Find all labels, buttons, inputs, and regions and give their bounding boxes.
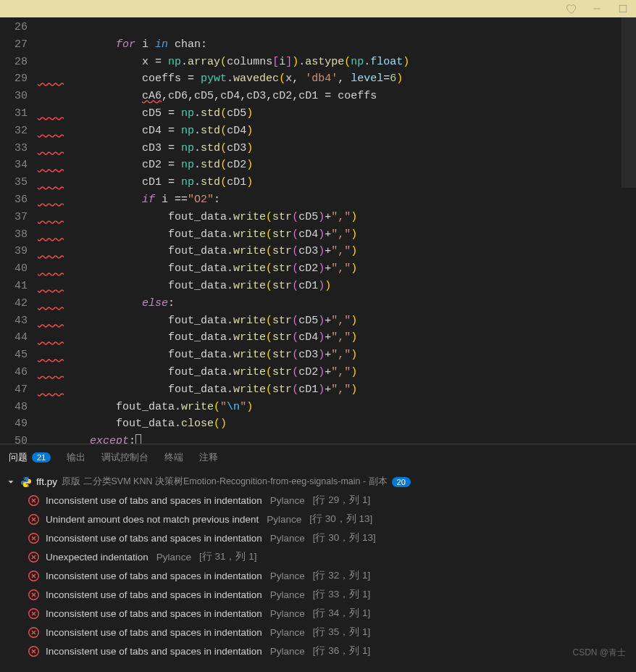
code-line[interactable]: except: [38,433,636,444]
code-line[interactable]: cD3 = np.std(cD3) [38,140,636,157]
code-line[interactable]: fout_data.write(str(cD5)+",") [38,312,636,330]
code-area[interactable]: for i in chan: x = np.array(columns[i]).… [38,17,636,444]
svg-rect-1 [619,5,626,12]
problem-message: Unindent amount does not match previous … [46,514,259,525]
code-line[interactable]: cD4 = np.std(cD4) [38,123,636,140]
problem-position: [行 29，列 1] [313,494,371,507]
problem-source: Pylance [267,514,301,525]
problem-source: Pylance [270,533,305,544]
minimap[interactable] [622,17,636,444]
error-icon [28,570,40,582]
line-number: 27 [0,36,38,54]
problem-message: Inconsistent use of tabs and spaces in i… [46,589,262,600]
line-number: 38 [0,226,38,244]
problem-message: Inconsistent use of tabs and spaces in i… [46,608,262,619]
code-line[interactable]: else: [38,295,636,312]
code-line[interactable]: cA6,cD6,cD5,cD4,cD3,cD2,cD1 = coeffs [38,88,636,105]
line-number: 32 [0,123,38,140]
problem-source: Pylance [156,552,191,563]
line-number: 45 [0,347,38,364]
line-number: 30 [0,88,38,105]
error-icon [28,645,40,658]
problem-position: [行 34，列 1] [313,607,371,620]
code-line[interactable]: cD2 = np.std(cD2) [38,157,636,174]
watermark: CSDN @青士 [572,647,626,659]
code-line[interactable]: fout_data.write(str(cD5)+",") [38,209,636,226]
file-group[interactable]: fft.py 原版 二分类SVM KNN 决策树Emotion-Recognit… [6,473,630,491]
editor[interactable]: 2627282930313233343536373839404142434445… [0,17,636,444]
code-line[interactable]: fout_data.write(str(cD3)+",") [38,243,636,260]
code-line[interactable]: for i in chan: [38,36,636,54]
python-file-icon [20,476,32,488]
code-line[interactable]: fout_data.write(str(cD2)+",") [38,364,636,381]
line-number: 39 [0,243,38,260]
problem-source: Pylance [270,589,305,600]
problem-row[interactable]: Inconsistent use of tabs and spaces in i… [6,528,630,547]
panel-tab-输出[interactable]: 输出 [67,451,85,464]
line-number: 48 [0,399,38,416]
problem-row[interactable]: Inconsistent use of tabs and spaces in i… [6,604,630,623]
titlebar [0,0,636,17]
code-line[interactable]: fout_data.write(str(cD2)+",") [38,260,636,278]
problems-panel: 问题21输出调试控制台终端注释 fft.py 原版 二分类SVM KNN 决策树… [0,444,636,672]
code-line[interactable]: x = np.array(columns[i]).astype(np.float… [38,54,636,71]
code-line[interactable]: fout_data.write(str(cD4)+",") [38,329,636,347]
code-line[interactable] [38,19,636,36]
problem-message: Inconsistent use of tabs and spaces in i… [46,495,262,506]
code-line[interactable]: fout_data.write(str(cD1)) [38,278,636,295]
chevron-down-icon [6,477,16,487]
line-number: 34 [0,157,38,174]
line-number: 41 [0,278,38,295]
problem-message: Inconsistent use of tabs and spaces in i… [46,533,262,544]
problem-source: Pylance [270,608,305,619]
problem-source: Pylance [270,627,305,638]
problem-row[interactable]: Unindent amount does not match previous … [6,510,630,528]
code-line[interactable]: cD1 = np.std(cD1) [38,174,636,191]
problem-message: Inconsistent use of tabs and spaces in i… [46,627,262,638]
line-number: 43 [0,312,38,330]
problem-row[interactable]: Inconsistent use of tabs and spaces in i… [6,491,630,510]
heart-icon[interactable] [565,3,577,14]
problem-position: [行 36，列 1] [313,644,371,658]
problem-position: [行 30，列 13] [309,513,372,526]
line-number: 44 [0,329,38,347]
code-line[interactable]: fout_data.write(str(cD1)+",") [38,381,636,399]
error-icon [28,513,40,526]
line-number: 50 [0,433,38,444]
panel-tab-问题[interactable]: 问题21 [9,451,51,464]
code-line[interactable]: fout_data.write(str(cD3)+",") [38,347,636,364]
file-path: 原版 二分类SVM KNN 决策树Emotion-Recognition-fro… [62,476,388,488]
problem-position: [行 33，列 1] [313,588,371,601]
problem-row[interactable]: Inconsistent use of tabs and spaces in i… [6,566,630,585]
line-number: 28 [0,54,38,71]
file-name: fft.py [36,476,57,487]
problem-row[interactable]: Inconsistent use of tabs and spaces in i… [6,585,630,604]
maximize-icon[interactable] [617,3,629,14]
panel-tab-注释[interactable]: 注释 [199,451,218,464]
panel-tabs: 问题21输出调试控制台终端注释 [0,444,636,470]
panel-tab-调试控制台[interactable]: 调试控制台 [101,451,148,464]
problem-row[interactable]: Unexpected indentationPylance[行 31，列 1] [6,547,630,566]
problem-position: [行 35，列 1] [313,626,371,639]
panel-tab-终端[interactable]: 终端 [164,451,183,464]
problem-message: Unexpected indentation [46,552,148,563]
code-line[interactable]: coeffs = pywt.wavedec(x, 'db4', level=6) [38,70,636,88]
error-icon [28,551,40,563]
problem-source: Pylance [270,571,305,581]
problem-row[interactable]: Inconsistent use of tabs and spaces in i… [6,623,630,642]
code-line[interactable]: fout_data.close() [38,415,636,433]
line-number: 31 [0,105,38,123]
code-line[interactable]: fout_data.write(str(cD4)+",") [38,226,636,244]
line-number: 29 [0,70,38,88]
gutter: 2627282930313233343536373839404142434445… [0,17,38,444]
minimize-icon[interactable] [591,3,603,14]
problem-source: Pylance [270,495,305,506]
error-icon [28,607,40,620]
code-line[interactable]: fout_data.write("\n") [38,399,636,416]
code-line[interactable]: if i =="O2": [38,191,636,209]
problem-message: Inconsistent use of tabs and spaces in i… [46,646,262,657]
problem-row[interactable]: Inconsistent use of tabs and spaces in i… [6,642,630,660]
line-number: 40 [0,260,38,278]
code-line[interactable]: cD5 = np.std(cD5) [38,105,636,123]
line-number: 46 [0,364,38,381]
